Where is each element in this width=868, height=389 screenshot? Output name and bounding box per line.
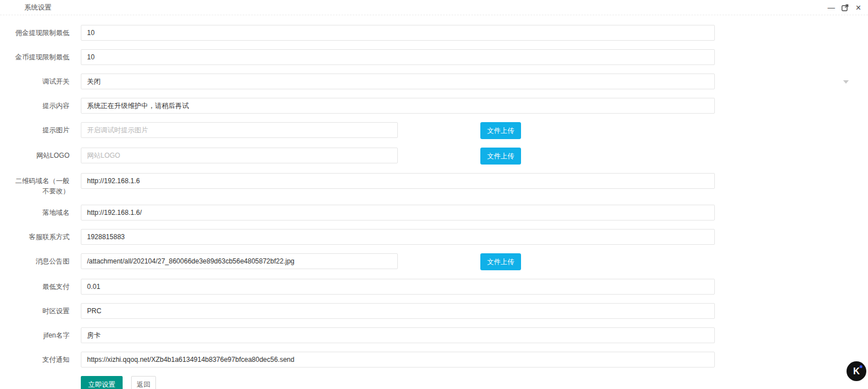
landing-domain-input[interactable] bbox=[81, 205, 715, 221]
window-controls: — × bbox=[826, 0, 863, 15]
form-row-payment-notify: 支付通知 bbox=[0, 352, 868, 368]
tip-image-upload-button[interactable]: 文件上传 bbox=[480, 122, 521, 139]
service-contact-input[interactable] bbox=[81, 229, 715, 245]
announcement-image-upload-button[interactable]: 文件上传 bbox=[480, 253, 521, 270]
site-logo-upload-button[interactable]: 文件上传 bbox=[480, 148, 521, 165]
field-label: 最低支付 bbox=[0, 279, 75, 292]
field-label: 网站LOGO bbox=[0, 148, 75, 161]
form-row-jifen-name: jifen名字 bbox=[0, 327, 868, 343]
form-actions: 立即设置 返回 bbox=[81, 376, 868, 389]
close-icon[interactable]: × bbox=[853, 3, 863, 13]
field-label: 支付通知 bbox=[0, 352, 75, 365]
field-label: 调试开关 bbox=[0, 74, 75, 87]
minimize-icon[interactable]: — bbox=[826, 3, 836, 13]
field-label: 客服联系方式 bbox=[0, 229, 75, 242]
field-label: jifen名字 bbox=[0, 327, 75, 340]
field-label: 提示图片 bbox=[0, 122, 75, 135]
form-row-timezone: 时区设置 bbox=[0, 303, 868, 319]
form-row-tip-image: 提示图片 文件上传 bbox=[0, 122, 868, 139]
field-label: 落地域名 bbox=[0, 205, 75, 218]
debug-switch-select[interactable] bbox=[81, 74, 715, 89]
form-row-commission-withdraw-min: 佣金提现限制最低 bbox=[0, 25, 868, 41]
payment-notify-input[interactable] bbox=[81, 352, 715, 368]
submit-button[interactable]: 立即设置 bbox=[81, 376, 123, 389]
tip-image-input[interactable] bbox=[81, 122, 398, 138]
back-button[interactable]: 返回 bbox=[131, 376, 156, 389]
form-row-qrcode-domain: 二维码域名（一般不要改） bbox=[0, 173, 868, 196]
tip-content-input[interactable] bbox=[81, 98, 715, 114]
notification-dot-icon bbox=[860, 365, 862, 368]
field-label: 时区设置 bbox=[0, 303, 75, 316]
form-row-debug-switch: 调试开关 bbox=[0, 74, 868, 89]
maximize-icon[interactable] bbox=[840, 3, 850, 13]
coin-withdraw-min-input[interactable] bbox=[81, 49, 715, 65]
field-label: 提示内容 bbox=[0, 98, 75, 111]
form-row-landing-domain: 落地域名 bbox=[0, 205, 868, 221]
page-title: 系统设置 bbox=[24, 0, 51, 15]
form-row-min-payment: 最低支付 bbox=[0, 279, 868, 295]
window-titlebar: 系统设置 — × bbox=[0, 0, 868, 15]
field-label: 金币提现限制最低 bbox=[0, 49, 75, 62]
field-label: 二维码域名（一般不要改） bbox=[0, 173, 75, 196]
form-row-coin-withdraw-min: 金币提现限制最低 bbox=[0, 49, 868, 65]
settings-form: 佣金提现限制最低 金币提现限制最低 调试开关 提示内容 提示图片 文件上传 网站… bbox=[0, 15, 868, 389]
form-row-service-contact: 客服联系方式 bbox=[0, 229, 868, 245]
form-row-tip-content: 提示内容 bbox=[0, 98, 868, 114]
qrcode-domain-input[interactable] bbox=[81, 173, 715, 189]
jifen-name-input[interactable] bbox=[81, 327, 715, 343]
field-label: 消息公告图 bbox=[0, 253, 75, 266]
floating-k-widget[interactable]: K bbox=[847, 361, 866, 381]
field-label: 佣金提现限制最低 bbox=[0, 25, 75, 38]
announcement-image-input[interactable] bbox=[81, 253, 398, 269]
commission-withdraw-min-input[interactable] bbox=[81, 25, 715, 41]
chevron-down-icon[interactable] bbox=[843, 80, 849, 84]
form-row-site-logo: 网站LOGO 文件上传 bbox=[0, 148, 868, 165]
min-payment-input[interactable] bbox=[81, 279, 715, 295]
k-letter: K bbox=[853, 366, 860, 377]
timezone-input[interactable] bbox=[81, 303, 715, 319]
form-row-announcement-image: 消息公告图 文件上传 bbox=[0, 253, 868, 270]
site-logo-input[interactable] bbox=[81, 148, 398, 163]
